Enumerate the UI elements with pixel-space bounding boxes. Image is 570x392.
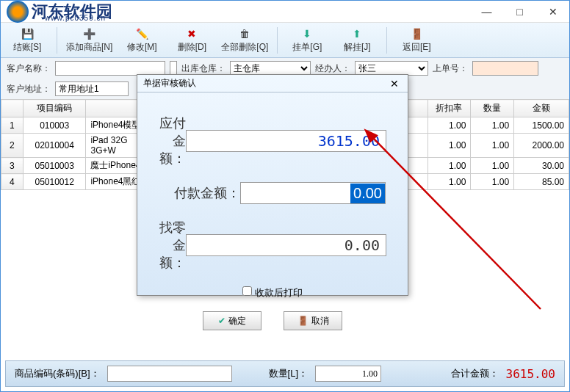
handler-label: 经办人： [315, 62, 350, 75]
minimize-button[interactable]: — [470, 1, 503, 23]
cancel-button[interactable]: 🚪取消 [284, 311, 342, 330]
change-input[interactable] [186, 234, 386, 256]
paid-label: 付款金额： [159, 184, 240, 202]
toolbar: 💾结账[S] ➕添加商品[N] ✏️修改[M] ✖删除[D] 🗑全部删除[Q] … [1, 23, 569, 58]
barcode-label: 商品编码(条码)[B]： [15, 367, 100, 380]
app-url: www.pc0359.cn [45, 14, 106, 22]
x-doc-icon: 🗑 [237, 26, 252, 41]
ok-button[interactable]: ✔确定 [203, 311, 261, 330]
door-icon: 🚪 [409, 26, 424, 41]
add-product-button[interactable]: ➕添加商品[N] [66, 26, 112, 54]
payable-input[interactable] [186, 130, 386, 152]
dialog-close-button[interactable]: ✕ [387, 78, 402, 90]
close-button[interactable]: ✕ [536, 1, 569, 23]
order-no-label: 上单号： [433, 62, 468, 75]
col-discount[interactable]: 折扣率 [428, 100, 471, 117]
qty-label: 数量[L]： [269, 367, 308, 380]
customer-name-input[interactable] [55, 61, 165, 76]
customer-name-label: 客户名称： [7, 62, 51, 75]
change-label: 找零金额： [159, 219, 186, 272]
check-icon: ✔ [218, 316, 226, 326]
app-logo [7, 1, 29, 23]
col-qty[interactable]: 数量 [471, 100, 514, 117]
edit-button[interactable]: ✏️修改[M] [121, 26, 162, 54]
back-button[interactable]: 🚪返回[E] [396, 26, 437, 54]
unhang-button[interactable]: ⬆解挂[J] [336, 26, 378, 54]
disk-icon: 💾 [20, 26, 35, 41]
customer-addr-label: 客户地址： [7, 83, 51, 95]
door-icon: 🚪 [297, 316, 309, 326]
paid-input[interactable]: 0.00 [240, 182, 386, 204]
delete-button[interactable]: ✖删除[D] [171, 26, 212, 54]
pencil-icon: ✏️ [134, 26, 149, 41]
hang-button[interactable]: ⬇挂单[G] [286, 26, 328, 54]
total-value: 3615.00 [506, 367, 555, 381]
customer-name-dropdown[interactable] [170, 61, 177, 76]
maximize-button[interactable]: □ [503, 1, 536, 23]
out-warehouse-label: 出库仓库： [181, 62, 226, 75]
col-code[interactable]: 项目编码 [23, 100, 86, 117]
qty-input[interactable] [315, 366, 381, 382]
delete-all-button[interactable]: 🗑全部删除[Q] [221, 26, 268, 54]
plus-icon: ➕ [82, 26, 97, 41]
dialog-title: 单据审核确认 [143, 77, 196, 90]
up-icon: ⬆ [350, 26, 364, 41]
customer-addr-input[interactable] [55, 81, 129, 96]
total-label: 合计金额： [451, 367, 499, 380]
payable-label: 应付金额： [159, 115, 186, 167]
titlebar: 河东软件园 www.pc0359.cn — □ ✕ [1, 1, 569, 23]
checkout-button[interactable]: 💾结账[S] [7, 26, 48, 54]
barcode-input[interactable] [107, 366, 232, 382]
print-after-checkbox[interactable] [242, 286, 252, 296]
x-icon: ✖ [184, 26, 199, 41]
print-after-label: 收款后打印 [255, 287, 303, 298]
handler-select[interactable]: 张三 [355, 61, 428, 76]
confirm-dialog: 单据审核确认 ✕ 应付金额： 付款金额： 0.00 找零金额： 收款后打印 ✔确… [137, 74, 408, 296]
down-icon: ⬇ [300, 26, 314, 41]
out-warehouse-select[interactable]: 主仓库 [230, 61, 311, 76]
row-header-col [1, 100, 24, 117]
col-amount[interactable]: 金额 [514, 100, 569, 117]
order-no-input[interactable] [472, 61, 538, 76]
bottom-bar: 商品编码(条码)[B]： 数量[L]： 合计金额： 3615.00 [5, 360, 565, 387]
